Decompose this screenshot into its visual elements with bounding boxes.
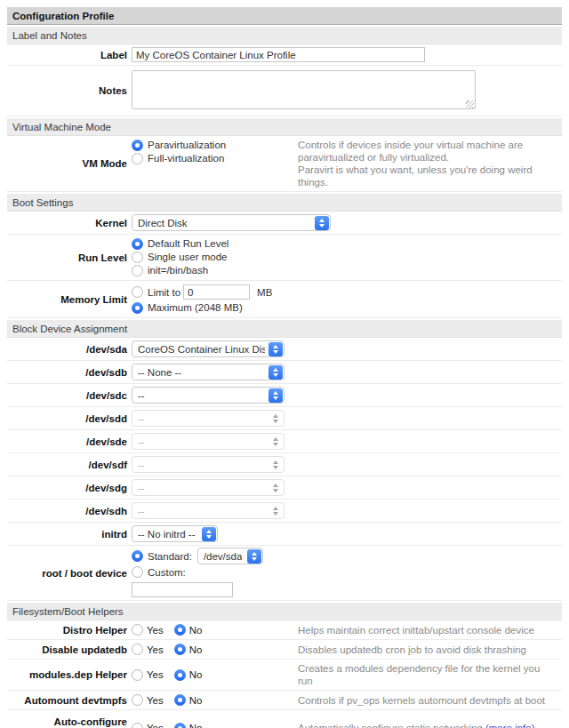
- device-select-value: --: [138, 436, 145, 447]
- helper-label: Automount devtmpfs: [7, 694, 127, 707]
- radio-no-icon[interactable]: [174, 644, 186, 655]
- device-row-sdg: /dev/sdg --: [7, 476, 562, 500]
- radio-custom-icon[interactable]: [132, 566, 143, 578]
- select-stepper-icon: [268, 458, 283, 472]
- radio-yes-icon[interactable]: [132, 644, 143, 655]
- run-level-option-init-bash[interactable]: init=/bin/bash: [132, 264, 228, 276]
- device-select-value: --: [138, 390, 145, 401]
- configuration-profile-page: Configuration Profile Label and Notes La…: [0, 0, 569, 728]
- more-info-link[interactable]: (more info): [485, 723, 535, 728]
- device-label: /dev/sdg: [7, 482, 127, 494]
- helper-help: Controls if pv_ops kernels automount dev…: [298, 694, 557, 707]
- device-row-sdh: /dev/sdh --: [7, 500, 562, 523]
- helper-help: Helps maintain correct inittab/upstart c…: [298, 624, 557, 636]
- device-select-value: --: [138, 506, 145, 516]
- root-device-select[interactable]: /dev/sda: [197, 548, 263, 564]
- initrd-row: initrd -- No initrd --: [7, 523, 562, 546]
- radio-yes-icon[interactable]: [132, 669, 143, 681]
- memory-limit-label: Memory Limit: [7, 293, 127, 306]
- helper-help: Automatically configure static networkin…: [298, 722, 557, 728]
- device-sdc-select[interactable]: --: [132, 387, 284, 404]
- root-device-option-custom[interactable]: Custom:: [132, 564, 263, 580]
- label-input[interactable]: [132, 47, 425, 62]
- device-select-value: -- None --: [138, 367, 181, 378]
- option-label: Maximum (2048 MB): [148, 301, 243, 314]
- device-label: /dev/sdh: [7, 505, 127, 517]
- radio-init-bash-icon[interactable]: [132, 265, 143, 276]
- radio-single-user-icon[interactable]: [132, 252, 143, 263]
- helper-label: Distro Helper: [7, 624, 127, 636]
- helper-row-modules-dep: modules.dep Helper Yes No Creates a modu…: [7, 660, 562, 691]
- radio-no-icon[interactable]: [174, 669, 186, 681]
- device-select-value: --: [138, 413, 145, 424]
- radio-limit-to-icon[interactable]: [132, 286, 143, 298]
- device-select-value: CoreOS Container Linux Disk: [138, 344, 265, 355]
- vm-mode-option-full-virtualization[interactable]: Full-virtualization: [132, 152, 293, 164]
- custom-root-device-input[interactable]: [132, 582, 233, 597]
- label-row: Label: [7, 44, 562, 66]
- kernel-select-value: Direct Disk: [138, 218, 188, 228]
- standard-label: Standard:: [148, 551, 192, 562]
- vm-mode-option-paravirtualization[interactable]: Paravirtualization: [132, 139, 293, 151]
- resize-grip-icon[interactable]: [466, 100, 474, 108]
- helper-row-networking: Auto-configure Networking Yes No Automat…: [7, 710, 562, 728]
- vm-mode-label: VM Mode: [7, 157, 127, 170]
- yes-label: Yes: [147, 644, 164, 655]
- option-label: Single user mode: [148, 251, 228, 263]
- device-sdg-select: --: [132, 479, 284, 496]
- root-boot-device-label: root / boot device: [7, 567, 127, 580]
- helper-row-devtmpfs: Automount devtmpfs Yes No Controls if pv…: [7, 691, 562, 710]
- initrd-select-value: -- No initrd --: [138, 529, 196, 540]
- helper-help: Creates a modules dependency file for th…: [298, 662, 557, 687]
- radio-yes-icon[interactable]: [132, 694, 143, 706]
- memory-limit-input[interactable]: [183, 284, 250, 300]
- run-level-option-default[interactable]: Default Run Level: [132, 237, 228, 250]
- radio-no-icon[interactable]: [174, 624, 186, 636]
- section-boot-settings: Boot Settings: [7, 194, 562, 212]
- root-device-option-standard[interactable]: Standard: /dev/sda: [132, 548, 263, 564]
- limit-to-label: Limit to: [148, 287, 180, 298]
- device-label: /dev/sdf: [7, 459, 127, 471]
- radio-no-icon[interactable]: [174, 723, 186, 728]
- device-sdb-select[interactable]: -- None --: [132, 364, 284, 380]
- memory-limit-option-limit[interactable]: Limit to MB: [132, 284, 272, 300]
- radio-no-icon[interactable]: [174, 694, 186, 706]
- help-paragraph: Paravirt is what you want, unless you're…: [298, 164, 557, 188]
- device-sde-select: --: [132, 433, 284, 450]
- root-boot-device-row: root / boot device Standard: /dev/sda Cu…: [7, 546, 562, 601]
- no-label: No: [189, 644, 203, 655]
- memory-unit-label: MB: [257, 287, 272, 298]
- device-label: /dev/sdd: [7, 412, 127, 425]
- device-row-sdf: /dev/sdf --: [7, 453, 562, 476]
- notes-textarea[interactable]: [132, 70, 476, 109]
- device-label: /dev/sde: [7, 436, 127, 448]
- notes-field-label: Notes: [7, 84, 127, 97]
- device-sdf-select: --: [132, 456, 284, 473]
- yes-label: Yes: [147, 669, 164, 680]
- helper-row-updatedb: Disable updatedb Yes No Disables updated…: [7, 640, 562, 660]
- device-sda-select[interactable]: CoreOS Container Linux Disk: [132, 340, 284, 357]
- radio-paravirtualization-icon[interactable]: [132, 140, 143, 151]
- radio-default-run-level-icon[interactable]: [132, 238, 143, 250]
- no-label: No: [189, 669, 203, 680]
- radio-full-virtualization-icon[interactable]: [132, 153, 143, 164]
- device-label: /dev/sda: [7, 343, 127, 356]
- kernel-select[interactable]: Direct Disk: [132, 214, 331, 231]
- device-select-value: --: [138, 483, 145, 493]
- option-label: init=/bin/bash: [148, 264, 208, 276]
- memory-limit-option-maximum[interactable]: Maximum (2048 MB): [132, 301, 272, 314]
- device-row-sda: /dev/sda CoreOS Container Linux Disk: [7, 338, 562, 361]
- device-row-sdb: /dev/sdb -- None --: [7, 361, 562, 384]
- run-level-option-single-user[interactable]: Single user mode: [132, 251, 228, 263]
- radio-standard-icon[interactable]: [132, 550, 143, 562]
- run-level-row: Run Level Default Run Level Single user …: [7, 235, 562, 281]
- section-label-and-notes: Label and Notes: [7, 27, 562, 44]
- no-label: No: [189, 695, 203, 706]
- no-label: No: [189, 625, 203, 636]
- select-stepper-icon: [315, 216, 329, 230]
- radio-maximum-icon[interactable]: [132, 302, 143, 314]
- select-stepper-icon: [268, 481, 283, 495]
- initrd-select[interactable]: -- No initrd --: [132, 525, 218, 542]
- radio-yes-icon[interactable]: [132, 624, 143, 636]
- radio-yes-icon[interactable]: [132, 723, 143, 728]
